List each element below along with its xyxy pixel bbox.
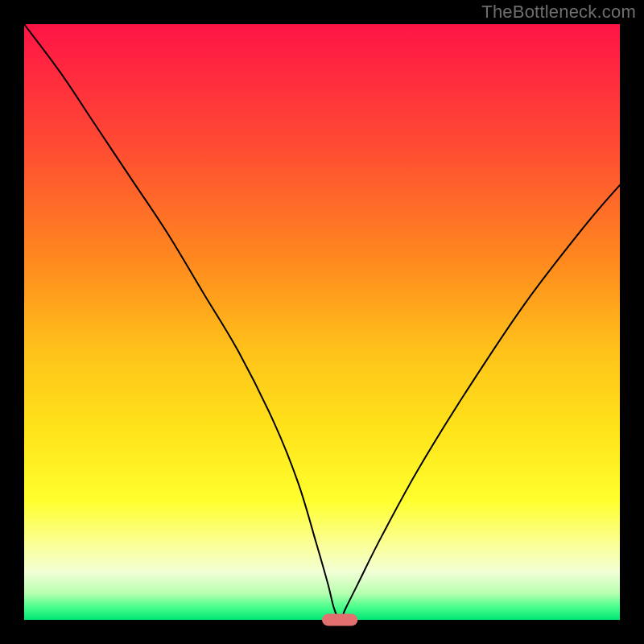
chart-frame: TheBottleneck.com [0, 0, 644, 644]
optimum-marker [322, 614, 357, 626]
plot-background [24, 24, 620, 620]
bottleneck-plot [0, 0, 644, 644]
